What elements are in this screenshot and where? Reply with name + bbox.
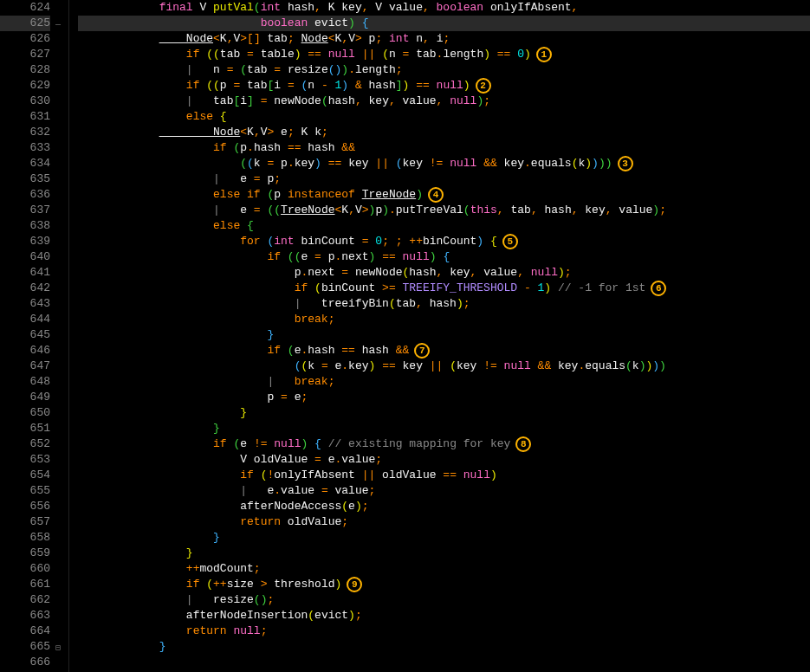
code-line[interactable]: } bbox=[78, 327, 810, 343]
fold-gutter-cell[interactable] bbox=[52, 343, 68, 359]
code-line[interactable]: } bbox=[78, 546, 810, 561]
fold-gutter-cell[interactable] bbox=[52, 561, 68, 577]
fold-gutter-cell[interactable] bbox=[52, 187, 68, 203]
fold-gutter-cell[interactable]: ⊟ bbox=[52, 639, 68, 655]
code-line[interactable]: | n = (tab = resize()).length; bbox=[78, 62, 810, 78]
code-editor[interactable]: 6246256266276286296306316326336346356366… bbox=[0, 0, 810, 672]
code-line[interactable]: | e = ((TreeNode<K,V>)p).putTreeVal(this… bbox=[78, 203, 810, 218]
code-line[interactable]: if (p.hash == hash && bbox=[78, 140, 810, 156]
code-area[interactable]: final V putVal(int hash, K key, V value,… bbox=[69, 0, 810, 672]
token: value bbox=[341, 453, 375, 466]
fold-gutter-cell[interactable] bbox=[52, 624, 68, 639]
fold-gutter-cell[interactable] bbox=[52, 218, 68, 234]
fold-column[interactable]: —⊟ bbox=[52, 0, 69, 672]
fold-gutter-cell[interactable] bbox=[52, 577, 68, 592]
fold-gutter-cell[interactable] bbox=[52, 203, 68, 218]
code-line[interactable]: if (e != null) { // existing mapping for… bbox=[78, 436, 810, 452]
fold-gutter-cell[interactable]: — bbox=[52, 16, 68, 31]
fold-gutter-cell[interactable] bbox=[52, 452, 68, 468]
code-line[interactable]: p.next = newNode(hash, key, value, null)… bbox=[78, 265, 810, 281]
code-line[interactable]: final V putVal(int hash, K key, V value,… bbox=[78, 0, 810, 16]
code-line[interactable]: | resize(); bbox=[78, 592, 810, 608]
fold-gutter-cell[interactable] bbox=[52, 436, 68, 452]
fold-gutter-cell[interactable] bbox=[52, 405, 68, 421]
fold-gutter-cell[interactable] bbox=[52, 421, 68, 436]
code-line[interactable]: | e = p; bbox=[78, 171, 810, 187]
code-line[interactable]: else if (p instanceof TreeNode)4 bbox=[78, 187, 810, 203]
code-line[interactable] bbox=[78, 655, 810, 670]
code-line[interactable]: boolean evict) { bbox=[78, 16, 810, 31]
fold-gutter-cell[interactable] bbox=[52, 249, 68, 265]
code-line[interactable]: Node<K,V> e; K k; bbox=[78, 125, 810, 140]
fold-gutter-cell[interactable] bbox=[52, 62, 68, 78]
fold-gutter-cell[interactable] bbox=[52, 156, 68, 171]
code-line[interactable]: break; bbox=[78, 312, 810, 327]
code-line[interactable]: if ((e = p.next) == null) { bbox=[78, 249, 810, 265]
fold-gutter-cell[interactable] bbox=[52, 171, 68, 187]
code-line[interactable]: | tab[i] = newNode(hash, key, value, nul… bbox=[78, 94, 810, 109]
code-line[interactable]: | treeifyBin(tab, hash); bbox=[78, 296, 810, 312]
fold-gutter-cell[interactable] bbox=[52, 608, 68, 624]
fold-gutter-cell[interactable] bbox=[52, 499, 68, 514]
code-line[interactable]: else { bbox=[78, 109, 810, 125]
fold-gutter-cell[interactable] bbox=[52, 530, 68, 546]
fold-gutter-cell[interactable] bbox=[52, 109, 68, 125]
code-line[interactable]: V oldValue = e.value; bbox=[78, 452, 810, 468]
fold-gutter-cell[interactable] bbox=[52, 94, 68, 109]
fold-gutter-cell[interactable] bbox=[52, 390, 68, 405]
code-line[interactable]: Node<K,V>[] tab; Node<K,V> p; int n, i; bbox=[78, 31, 810, 47]
code-line[interactable]: return null; bbox=[78, 624, 810, 639]
code-line[interactable]: afterNodeInsertion(evict); bbox=[78, 608, 810, 624]
code-line[interactable]: | e.value = value; bbox=[78, 483, 810, 499]
token: ; bbox=[288, 126, 301, 139]
code-line[interactable]: } bbox=[78, 530, 810, 546]
code-line[interactable]: return oldValue; bbox=[78, 514, 810, 530]
fold-gutter-cell[interactable] bbox=[52, 359, 68, 374]
fold-gutter-cell[interactable] bbox=[52, 312, 68, 327]
fold-gutter-cell[interactable] bbox=[52, 468, 68, 483]
fold-gutter-cell[interactable] bbox=[52, 265, 68, 281]
fold-gutter-cell[interactable] bbox=[52, 31, 68, 47]
fold-gutter-cell[interactable] bbox=[52, 592, 68, 608]
code-line[interactable]: if ((tab = table) == null || (n = tab.le… bbox=[78, 47, 810, 62]
fold-gutter-cell[interactable] bbox=[52, 140, 68, 156]
fold-gutter-cell[interactable] bbox=[52, 234, 68, 249]
token: == bbox=[341, 344, 361, 357]
code-line[interactable]: if ((p = tab[i = (n - 1) & hash]) == nul… bbox=[78, 78, 810, 94]
code-line[interactable]: ((k = e.key) == key || (key != null && k… bbox=[78, 359, 810, 374]
code-line[interactable]: ++modCount; bbox=[78, 561, 810, 577]
token: ) bbox=[457, 297, 463, 310]
fold-gutter-cell[interactable] bbox=[52, 281, 68, 296]
code-line[interactable]: } bbox=[78, 639, 810, 655]
code-line[interactable]: afterNodeAccess(e); bbox=[78, 499, 810, 514]
code-line[interactable]: if (!onlyIfAbsent || oldValue == null) bbox=[78, 468, 810, 483]
code-line[interactable]: if (e.hash == hash &&7 bbox=[78, 343, 810, 359]
fold-gutter-cell[interactable] bbox=[52, 483, 68, 499]
fold-gutter-cell[interactable] bbox=[52, 374, 68, 390]
code-line[interactable]: | break; bbox=[78, 374, 810, 390]
fold-gutter-cell[interactable] bbox=[52, 0, 68, 16]
code-line[interactable]: p = e; bbox=[78, 390, 810, 405]
fold-gutter-cell[interactable] bbox=[52, 78, 68, 94]
code-line[interactable]: else { bbox=[78, 218, 810, 234]
token: onlyIfAbsent bbox=[490, 1, 572, 14]
fold-gutter-cell[interactable] bbox=[52, 296, 68, 312]
fold-gutter-cell[interactable] bbox=[52, 327, 68, 343]
fold-gutter-cell[interactable] bbox=[52, 546, 68, 561]
code-line[interactable]: } bbox=[78, 421, 810, 436]
token: ( bbox=[321, 94, 328, 107]
token: = bbox=[314, 250, 328, 263]
code-line[interactable]: if (binCount >= TREEIFY_THRESHOLD - 1) /… bbox=[78, 281, 810, 296]
fold-gutter-cell[interactable] bbox=[52, 514, 68, 530]
token: ; bbox=[261, 624, 268, 637]
line-number: 659 bbox=[0, 546, 50, 561]
fold-gutter-cell[interactable] bbox=[52, 47, 68, 62]
code-line[interactable]: } bbox=[78, 405, 810, 421]
token: afterNodeAccess bbox=[159, 500, 342, 513]
fold-gutter-cell[interactable] bbox=[52, 125, 68, 140]
token: , bbox=[517, 266, 531, 279]
code-line[interactable]: for (int binCount = 0; ; ++binCount) {5 bbox=[78, 234, 810, 249]
fold-gutter-cell[interactable] bbox=[52, 655, 68, 670]
code-line[interactable]: if (++size > threshold)9 bbox=[78, 577, 810, 592]
code-line[interactable]: ((k = p.key) == key || (key != null && k… bbox=[78, 156, 810, 171]
